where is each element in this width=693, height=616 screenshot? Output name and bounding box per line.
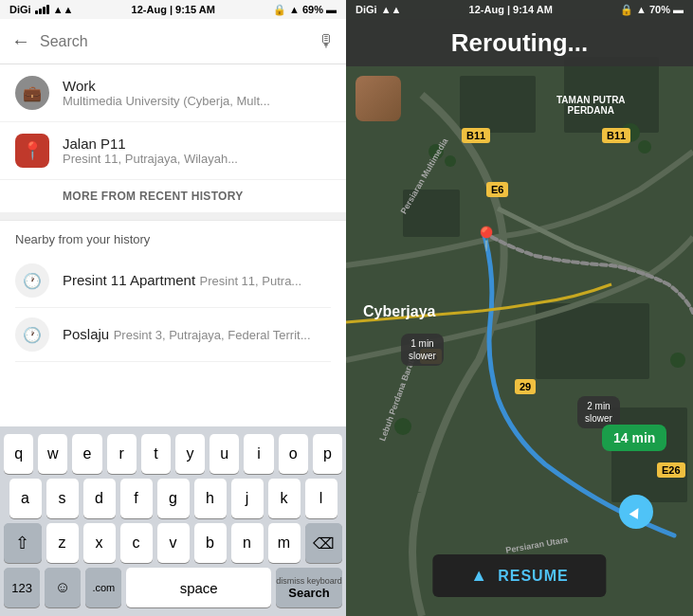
space-key[interactable]: space [126,568,271,607]
shift-key[interactable]: ⇧ [4,523,42,563]
bar1 [35,10,38,14]
key-t[interactable]: t [141,434,171,474]
location-icon: ▲ [289,4,300,15]
work-title: Work [63,78,331,94]
clock-icon-2: 🕐 [15,317,49,352]
status-left-right: DiGi ▲▲ [356,4,401,15]
search-bar: ← 🎙 [0,19,346,64]
avatar-overlay [356,76,401,121]
dismiss-keyboard-button[interactable]: dismiss keyboard Search [276,568,342,607]
key-c[interactable]: c [120,523,153,563]
lock-icon-right: 🔒 [620,4,633,16]
dismiss-label: dismiss keyboard [276,576,342,586]
bar2 [39,9,42,14]
num-key[interactable]: 123 [4,568,40,607]
svg-point-8 [621,123,640,142]
key-i[interactable]: i [244,434,273,474]
key-n[interactable]: n [231,523,264,563]
delete-key[interactable]: ⌫ [305,523,343,563]
nearby-title: Nearby from your history [15,232,331,246]
signal-bars [35,5,49,14]
key-s[interactable]: s [46,479,79,518]
battery-right: 70% [649,4,670,15]
signal-right: ▲▲ [381,4,402,15]
battery-left: 69% [302,4,323,15]
carrier-left: DiGi [9,4,31,15]
search-input[interactable] [40,33,308,50]
lock-icon: 🔒 [273,4,286,16]
com-key[interactable]: .com [85,568,121,607]
key-u[interactable]: u [210,434,239,474]
key-b[interactable]: b [194,523,227,563]
key-p[interactable]: p [313,434,342,474]
key-f[interactable]: f [120,479,153,518]
status-bar-right: DiGi ▲▲ 12-Aug | 9:14 AM 🔒 ▲ 70% ▬ [346,0,693,19]
presint-item[interactable]: 🕐 Presint 11 Apartment Presint 11, Putra… [15,254,331,308]
emoji-key[interactable]: ☺ [45,568,81,607]
key-e[interactable]: e [72,434,101,474]
battery-icon-left: ▬ [326,4,337,15]
key-g[interactable]: g [157,479,190,518]
svg-rect-1 [460,76,536,133]
svg-point-9 [638,140,651,154]
resume-arrow-icon: ▲ [470,566,488,586]
key-r[interactable]: r [107,434,137,474]
status-left: DiGi ▲▲ [9,4,73,15]
svg-rect-3 [403,190,460,237]
status-bar-left: DiGi ▲▲ 12-Aug | 9:15 AM 🔒 ▲ 69% ▬ [0,0,346,19]
search-key-label: Search [288,586,329,600]
jalan-title: Jalan P11 [63,136,331,152]
kb-row-2: a s d f g h j k l [4,479,342,518]
carrier-right: DiGi [356,4,377,15]
bar4 [46,5,49,14]
status-right: 🔒 ▲ 69% ▬ [273,4,337,16]
back-button[interactable]: ← [11,30,30,52]
location-dot-icon: 📍 [22,140,43,161]
time-right: 12-Aug | 9:14 AM [469,4,553,15]
recent-items: 💼 Work Multimedia University (Cyberja, M… [0,64,346,221]
time-left: 12-Aug | 9:15 AM [132,4,215,15]
nearby-section: Nearby from your history 🕐 Presint 11 Ap… [0,221,346,366]
svg-point-10 [394,418,411,435]
jalan-icon: 📍 [15,134,49,168]
key-m[interactable]: m [268,523,301,563]
key-z[interactable]: z [46,523,79,563]
key-a[interactable]: a [9,479,42,518]
rerouting-text: Rerouting... [451,28,588,58]
clock-icon-1: 🕐 [15,263,49,298]
key-k[interactable]: k [268,479,301,518]
right-panel: DiGi ▲▲ 12-Aug | 9:14 AM 🔒 ▲ 70% ▬ Rerou… [346,0,693,616]
mic-icon[interactable]: 🎙 [318,31,335,51]
key-j[interactable]: j [231,479,264,518]
jalan-item-text: Jalan P11 Presint 11, Putrajaya, Wilayah… [63,136,331,166]
briefcase-icon: 💼 [23,84,42,102]
poslaju-item[interactable]: 🕐 Poslaju Presint 3, Putrajaya, Federal … [15,308,331,362]
kb-row-1: q w e r t y u i o p [4,434,342,474]
resume-button[interactable]: ▲ RESUME [432,554,606,597]
work-icon: 💼 [15,76,49,110]
presint-title: Presint 11 Apartment [63,272,195,288]
jalan-item[interactable]: 📍 Jalan P11 Presint 11, Putrajaya, Wilay… [0,122,346,180]
svg-point-6 [429,144,444,159]
key-o[interactable]: o [279,434,308,474]
key-v[interactable]: v [157,523,190,563]
key-d[interactable]: d [83,479,116,518]
poslaju-title: Poslaju [63,326,109,342]
left-panel: DiGi ▲▲ 12-Aug | 9:15 AM 🔒 ▲ 69% ▬ ← 🎙 [0,0,346,616]
work-item[interactable]: 💼 Work Multimedia University (Cyberja, M… [0,64,346,122]
key-q[interactable]: q [4,434,33,474]
key-l[interactable]: l [305,479,337,518]
battery-icon-right: ▬ [673,4,684,15]
jalan-subtitle: Presint 11, Putrajaya, Wilayah... [63,152,331,166]
more-history-button[interactable]: MORE FROM RECENT HISTORY [0,180,346,220]
key-y[interactable]: y [175,434,205,474]
key-x[interactable]: x [83,523,116,563]
key-w[interactable]: w [38,434,67,474]
navigation-arrow: ▲ [619,495,653,529]
svg-rect-2 [564,57,659,133]
keyboard: q w e r t y u i o p a s d f g h j k l ⇧ … [0,426,346,616]
poslaju-text: Poslaju Presint 3, Putrajaya, Federal Te… [63,326,331,343]
key-h[interactable]: h [194,479,227,518]
resume-label: RESUME [498,568,568,585]
nav-direction-icon: ▲ [624,498,648,524]
